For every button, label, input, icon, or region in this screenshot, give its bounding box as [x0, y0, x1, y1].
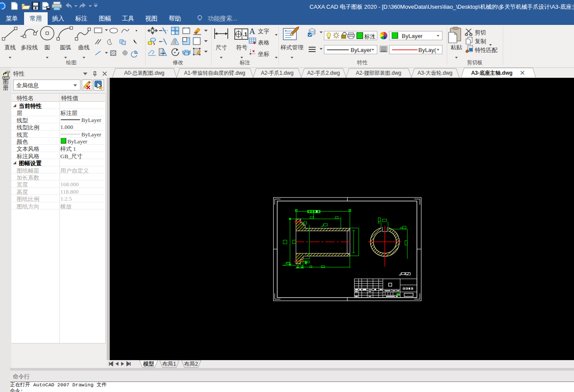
- svg-text:A2-手爪2.dwg: A2-手爪2.dwg: [307, 70, 340, 76]
- svg-text:A3-大齿轮.dwg: A3-大齿轮.dwg: [417, 70, 452, 76]
- svg-text:A1-带旋转自由度的臂.dwg: A1-带旋转自由度的臂.dwg: [184, 70, 245, 76]
- svg-text:A: A: [249, 27, 255, 36]
- svg-text:布局1: 布局1: [162, 361, 176, 367]
- svg-text:模型: 模型: [143, 361, 155, 367]
- svg-text:A2-手爪1.dwg: A2-手爪1.dwg: [261, 70, 294, 76]
- svg-text:布局2: 布局2: [184, 361, 198, 367]
- svg-text:.1: .1: [243, 31, 247, 38]
- svg-text:A3-底座主轴.dwg: A3-底座主轴.dwg: [471, 70, 513, 76]
- svg-text:A0-总装配图.dwg: A0-总装配图.dwg: [124, 70, 164, 76]
- svg-text:A2-腰部部装图.dwg: A2-腰部部装图.dwg: [356, 70, 401, 76]
